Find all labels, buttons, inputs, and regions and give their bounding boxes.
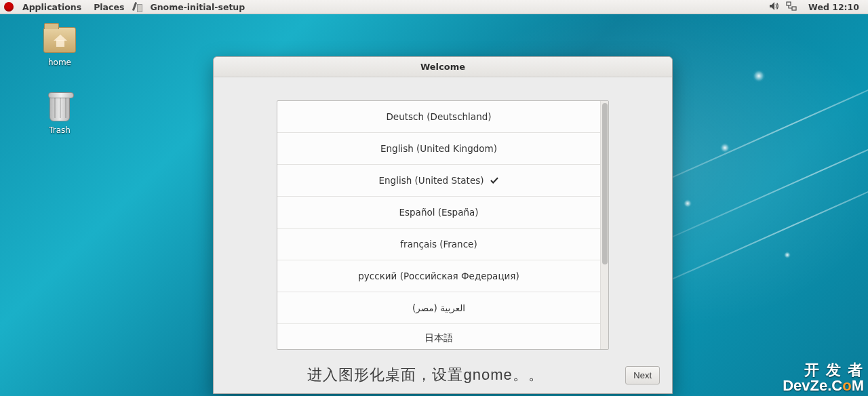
window-title: Welcome xyxy=(214,57,672,77)
language-label: русский (Российская Федерация) xyxy=(358,271,519,281)
desktop-icon-home[interactable]: home xyxy=(31,24,89,67)
next-button[interactable]: Next xyxy=(625,366,660,384)
desktop-icon-trash[interactable]: Trash xyxy=(31,92,89,135)
initial-setup-window: Welcome Deutsch (Deutschland) English (U… xyxy=(213,56,673,394)
watermark: 开 发 者 DevZe.CoM xyxy=(783,362,864,393)
desktop-icon-label: home xyxy=(31,58,89,67)
language-label: français (France) xyxy=(400,239,477,250)
active-app-label[interactable]: Gnome-initial-setup xyxy=(145,1,250,13)
footer-note: 进入图形化桌面，设置gnome。。 xyxy=(226,365,625,385)
language-option[interactable]: Deutsch (Deutschland) xyxy=(277,101,600,133)
network-icon[interactable] xyxy=(786,1,797,13)
top-panel: Applications Places Gnome-initial-setup … xyxy=(0,0,868,14)
language-option[interactable]: français (France) xyxy=(277,229,600,260)
svg-rect-0 xyxy=(787,2,791,5)
dialog-footer: 进入图形化桌面，设置gnome。。 Next xyxy=(214,357,672,393)
app-indicator-icon xyxy=(132,1,142,12)
desktop-background: home Trash Welcome Deutsch (Deutschland)… xyxy=(0,14,868,396)
language-label: Español (España) xyxy=(399,207,478,218)
language-label: Deutsch (Deutschland) xyxy=(386,111,491,122)
desktop-icon-label: Trash xyxy=(31,125,89,135)
clock[interactable]: Wed 12:10 xyxy=(804,1,864,13)
distro-icon xyxy=(4,2,14,12)
scroll-thumb[interactable] xyxy=(602,103,608,264)
trash-icon xyxy=(43,92,77,123)
language-option[interactable]: русский (Российская Федерация) xyxy=(277,260,600,292)
check-icon xyxy=(490,176,499,185)
svg-rect-1 xyxy=(792,7,796,10)
language-label: English (United Kingdom) xyxy=(380,143,497,154)
language-label: العربية (مصر) xyxy=(412,302,465,313)
folder-home-icon xyxy=(43,24,77,56)
applications-menu[interactable]: Applications xyxy=(18,1,86,13)
scrollbar[interactable] xyxy=(600,101,608,349)
places-menu[interactable]: Places xyxy=(89,1,129,13)
volume-icon[interactable] xyxy=(768,1,779,13)
language-option[interactable]: Español (España) xyxy=(277,197,600,229)
language-option[interactable]: العربية (مصر) xyxy=(277,292,600,324)
language-label: English (United States) xyxy=(379,175,484,186)
language-list[interactable]: Deutsch (Deutschland) English (United Ki… xyxy=(277,101,600,349)
language-label: 日本語 xyxy=(425,332,453,344)
language-list-frame: Deutsch (Deutschland) English (United Ki… xyxy=(277,100,609,350)
language-option[interactable]: 日本語 xyxy=(277,324,600,349)
language-option[interactable]: English (United Kingdom) xyxy=(277,133,600,165)
language-option-selected[interactable]: English (United States) xyxy=(277,165,600,197)
